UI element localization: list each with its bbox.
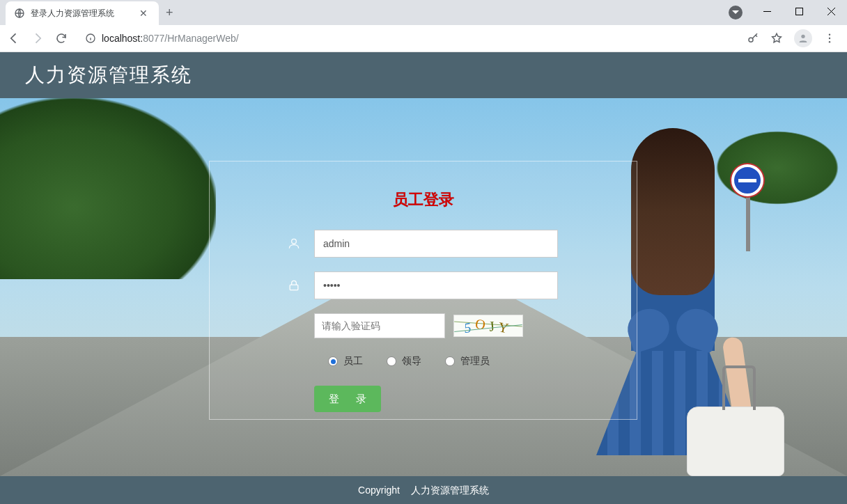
url-text: localhost:8077/HrManagerWeb/ xyxy=(102,33,239,44)
login-panel: 员工登录 5OJY xyxy=(209,161,637,420)
role-label: 领导 xyxy=(402,355,421,368)
bookmark-star-icon[interactable] xyxy=(770,32,783,45)
radio-icon xyxy=(387,356,396,366)
browser-toolbar: localhost:8077/HrManagerWeb/ xyxy=(0,25,847,52)
role-radio-group: 员工 领导 管理员 xyxy=(328,355,595,368)
password-input[interactable] xyxy=(314,271,558,299)
svg-rect-2 xyxy=(795,8,802,15)
close-window-button[interactable] xyxy=(815,0,847,22)
footer-system-name: 人力资源管理系统 xyxy=(411,485,489,496)
new-tab-button[interactable]: + xyxy=(159,6,180,20)
login-button[interactable]: 登 录 xyxy=(314,386,381,412)
captcha-input[interactable] xyxy=(314,313,445,338)
window-controls xyxy=(751,0,847,22)
svg-point-8 xyxy=(829,41,830,42)
role-label: 管理员 xyxy=(460,355,490,368)
menu-dots-icon[interactable] xyxy=(823,32,836,45)
hero-background: 员工登录 5OJY xyxy=(0,98,847,476)
svg-point-6 xyxy=(829,34,830,36)
lock-icon xyxy=(286,278,302,292)
toolbar-right xyxy=(747,29,840,47)
role-radio-leader[interactable]: 领导 xyxy=(387,355,421,368)
tab-bar: 登录人力资源管理系统 ✕ + xyxy=(0,0,847,25)
svg-point-9 xyxy=(292,239,297,244)
back-button[interactable] xyxy=(7,31,21,45)
username-row xyxy=(286,230,595,258)
svg-point-4 xyxy=(749,38,753,42)
captcha-image[interactable]: 5OJY xyxy=(453,315,523,337)
browser-chrome: 登录人力资源管理系统 ✕ + xyxy=(0,0,847,52)
user-icon xyxy=(286,237,302,251)
role-label: 员工 xyxy=(343,355,363,368)
captcha-row: 5OJY xyxy=(314,313,595,338)
browser-tab[interactable]: 登录人力资源管理系统 ✕ xyxy=(6,1,159,25)
svg-rect-1 xyxy=(763,11,771,12)
svg-point-7 xyxy=(829,38,830,39)
username-input[interactable] xyxy=(314,230,558,258)
footer-copyright: Copyright xyxy=(358,485,400,496)
login-title: 员工登录 xyxy=(251,189,595,210)
tab-title: 登录人力资源管理系统 xyxy=(31,8,131,19)
page-footer: Copyright 人力资源管理系统 xyxy=(0,476,847,504)
svg-point-5 xyxy=(801,35,805,38)
password-row xyxy=(286,271,595,299)
svg-rect-10 xyxy=(290,285,298,290)
tab-close-icon[interactable]: ✕ xyxy=(137,8,150,19)
tab-dropdown-icon[interactable] xyxy=(729,6,743,19)
address-bar[interactable]: localhost:8077/HrManagerWeb/ xyxy=(78,28,737,49)
radio-icon xyxy=(328,356,338,366)
page: 人力资源管理系统 员工登录 xyxy=(0,52,847,504)
profile-avatar-icon[interactable] xyxy=(794,29,812,47)
minimize-button[interactable] xyxy=(751,0,783,22)
password-key-icon[interactable] xyxy=(747,32,759,45)
forward-button[interactable] xyxy=(31,31,45,45)
reload-button[interactable] xyxy=(54,31,68,45)
page-header: 人力资源管理系统 xyxy=(0,52,847,98)
globe-icon xyxy=(14,8,25,19)
radio-icon xyxy=(445,356,455,366)
role-radio-employee[interactable]: 员工 xyxy=(328,355,363,368)
role-radio-admin[interactable]: 管理员 xyxy=(445,355,490,368)
system-title: 人力资源管理系统 xyxy=(25,64,192,86)
maximize-button[interactable] xyxy=(783,0,815,22)
site-info-icon[interactable] xyxy=(85,33,96,44)
